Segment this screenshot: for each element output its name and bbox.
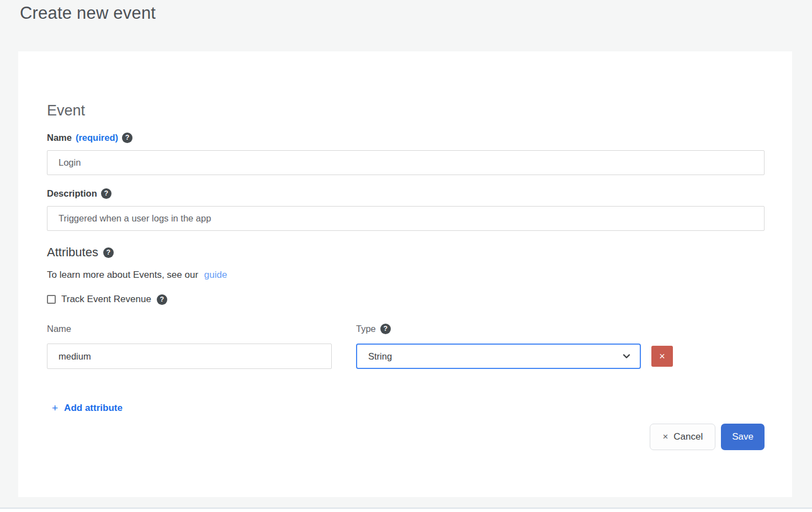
event-name-input[interactable] (47, 150, 765, 175)
name-required-note: (required) (76, 133, 118, 143)
attribute-type-column-label: Type (356, 324, 376, 334)
cancel-button-label: Cancel (673, 431, 703, 442)
description-label: Description (47, 188, 97, 199)
name-help-icon[interactable]: ? (122, 133, 132, 143)
attributes-help-icon[interactable]: ? (103, 247, 114, 258)
description-help-icon[interactable]: ? (101, 188, 112, 199)
attribute-column-labels: Name Type ? (47, 324, 765, 334)
attribute-name-input[interactable] (47, 344, 332, 369)
attribute-type-select[interactable]: String (356, 344, 641, 369)
add-attribute-button[interactable]: + Add attribute (52, 402, 123, 414)
description-label-row: Description ? (47, 188, 765, 199)
attribute-type-value: String (368, 351, 622, 362)
page-title: Create new event (20, 3, 156, 23)
event-section-heading: Event (47, 102, 765, 119)
track-revenue-help-icon[interactable]: ? (157, 294, 167, 305)
attributes-info-text: To learn more about Events, see our (47, 270, 198, 280)
attribute-row: String × (47, 344, 765, 369)
guide-link[interactable]: guide (204, 270, 227, 280)
track-revenue-checkbox[interactable] (47, 295, 56, 304)
delete-attribute-button[interactable]: × (651, 346, 673, 367)
create-event-page: Create new event Event Name (required) ?… (0, 0, 812, 512)
bottom-white-edge (0, 509, 812, 512)
attribute-name-column-label: Name (47, 324, 356, 334)
close-icon: × (662, 431, 668, 442)
form-actions: × Cancel Save (47, 424, 765, 450)
attributes-heading: Attributes (47, 245, 98, 260)
attributes-info-line: To learn more about Events, see our guid… (47, 270, 765, 281)
event-form-card: Event Name (required) ? Description ? At… (18, 51, 792, 497)
type-help-icon[interactable]: ? (380, 324, 391, 334)
add-attribute-label: Add attribute (64, 403, 123, 414)
name-label-row: Name (required) ? (47, 133, 765, 143)
close-icon: × (659, 351, 665, 361)
track-revenue-label: Track Event Revenue (61, 294, 151, 305)
cancel-button[interactable]: × Cancel (650, 424, 715, 450)
save-button[interactable]: Save (721, 424, 765, 450)
attributes-heading-row: Attributes ? (47, 245, 765, 260)
page-bottom-strip (0, 497, 812, 512)
chevron-down-icon (622, 352, 631, 361)
event-description-input[interactable] (47, 206, 765, 231)
track-revenue-row: Track Event Revenue ? (47, 294, 765, 305)
name-label: Name (47, 133, 72, 143)
plus-icon: + (52, 402, 58, 414)
